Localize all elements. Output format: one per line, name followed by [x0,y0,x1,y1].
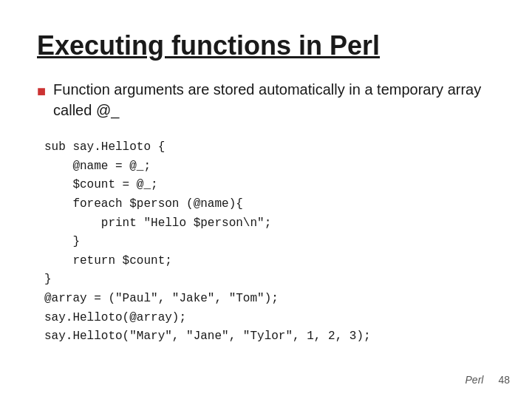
code-line-4: foreach $person (@name){ [44,195,495,214]
code-line-9: @array = ("Paul", "Jake", "Tom"); [44,290,495,309]
bullet-text: Function arguments are stored automatica… [53,79,495,120]
code-line-10: say.Helloto(@array); [44,309,495,328]
bullet-point: ■ Function arguments are stored automati… [37,79,495,120]
code-line-5: print "Hello $person\n"; [44,214,495,233]
slide-title: Executing functions in Perl [37,30,495,61]
slide: Executing functions in Perl ■ Function a… [0,0,532,399]
footer-page: 48 [498,374,510,386]
code-line-2: @name = @_; [44,157,495,177]
code-line-11: say.Helloto("Mary", "Jane", "Tylor", 1, … [44,327,495,347]
bullet-icon: ■ [37,81,46,101]
footer-logo: Perl [466,374,484,386]
code-line-8: } [44,270,495,290]
code-line-7: return $count; [44,252,495,271]
code-line-3: $count = @_; [44,176,495,195]
code-line-6: } [44,233,495,252]
code-block: sub say.Helloto { @name = @_; $count = @… [44,138,495,347]
slide-footer: Perl 48 [466,374,510,386]
code-line-1: sub say.Helloto { [44,138,495,157]
